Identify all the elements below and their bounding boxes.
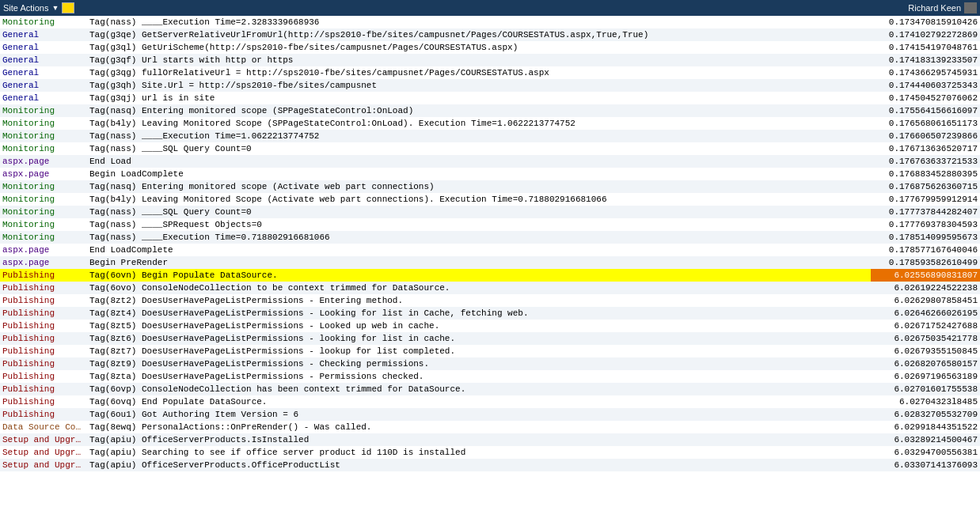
log-category: General (0, 79, 87, 92)
log-message: Tag(g3qe) GetServerRelativeUrlFromUrl(ht… (87, 28, 871, 41)
log-timestamp: 0.176606507239866 (871, 130, 980, 142)
site-icon (62, 2, 74, 13)
log-category: Setup and Upgrade (0, 433, 87, 446)
log-message: End Load (87, 155, 871, 168)
log-category: Publishing (0, 307, 87, 320)
log-category: Setup and Upgrade (0, 459, 87, 471)
log-message: Tag(8zt4) DoesUserHavePageListPermission… (87, 307, 871, 320)
table-row: Data Source ControlTag(8ewq) PersonalAct… (0, 421, 980, 433)
log-timestamp: 6.02701601755538 (871, 383, 980, 395)
site-actions-label[interactable]: Site Actions (3, 3, 48, 13)
log-message: Tag(apiu) OfficeServerProducts.IsInstall… (87, 433, 871, 446)
log-timestamp: 0.173470815910426 (871, 16, 980, 28)
log-category: Publishing (0, 395, 87, 408)
log-message: Tag(6ovp) ConsoleNodeCollection has been… (87, 383, 871, 395)
log-message: Tag(b4ly) Leaving Monitored Scope (Activ… (87, 193, 871, 206)
log-timestamp: 6.02697196563189 (871, 370, 980, 383)
log-timestamp: 6.03294700556381 (871, 446, 980, 459)
log-message: Tag(b4ly) Leaving Monitored Scope (SPPag… (87, 117, 871, 130)
table-row: GeneralTag(g3qh) Site.Url = http://sps20… (0, 79, 980, 92)
dropdown-arrow-icon: ▼ (51, 4, 59, 12)
table-row: MonitoringTag(b4ly) Leaving Monitored Sc… (0, 117, 980, 130)
log-table-container[interactable]: MonitoringTag(nass) ____Execution Time=2… (0, 16, 980, 522)
log-message: Tag(nass) ____Execution Time=0.718802916… (87, 231, 871, 244)
log-message: Tag(8zt7) DoesUserHavePageListPermission… (87, 345, 871, 357)
table-row: PublishingTag(6ovo) ConsoleNodeCollectio… (0, 282, 980, 294)
log-timestamp: 0.174154197048761 (871, 41, 980, 54)
log-category: General (0, 66, 87, 79)
log-timestamp: 0.174102792272869 (871, 28, 980, 41)
log-timestamp: 6.02556890831807 (871, 269, 980, 282)
log-message: Tag(nass) ____SQL Query Count=0 (87, 142, 871, 155)
log-timestamp: 0.177737844282407 (871, 206, 980, 218)
table-row: PublishingTag(8zt7) DoesUserHavePageList… (0, 345, 980, 357)
log-timestamp: 0.174366295745931 (871, 66, 980, 79)
log-timestamp: 6.02991844351522 (871, 421, 980, 433)
log-message: Tag(g3qh) Site.Url = http://sps2010-fbe/… (87, 79, 871, 92)
log-timestamp: 6.02679355150845 (871, 345, 980, 357)
site-actions[interactable]: Site Actions ▼ (3, 2, 74, 13)
log-timestamp: 6.02682076580157 (871, 357, 980, 370)
table-row: aspx.pageEnd LoadComplete0.1785771676400… (0, 244, 980, 256)
table-row: Setup and UpgradeTag(apiu) OfficeServerP… (0, 433, 980, 446)
log-category: Publishing (0, 282, 87, 294)
log-message: Tag(g3qf) Url starts with http or https (87, 54, 871, 66)
log-timestamp: 0.174440603725343 (871, 79, 980, 92)
log-message: Tag(apiu) Searching to see if office ser… (87, 446, 871, 459)
log-timestamp: 0.174504527076062 (871, 92, 980, 104)
log-message: Tag(6ou1) Got Authoring Item Version = 6 (87, 408, 871, 421)
log-category: aspx.page (0, 168, 87, 180)
log-category: Publishing (0, 345, 87, 357)
log-message: Tag(8ewq) PersonalActions::OnPreRender()… (87, 421, 871, 433)
table-row: PublishingTag(8zt9) DoesUserHavePageList… (0, 357, 980, 370)
log-message: Tag(nass) ____Execution Time=2.328333966… (87, 16, 871, 28)
log-category: Publishing (0, 320, 87, 332)
log-message: End LoadComplete (87, 244, 871, 256)
table-row: PublishingTag(8zta) DoesUserHavePageList… (0, 370, 980, 383)
log-timestamp: 0.178514099595673 (871, 231, 980, 244)
log-timestamp: 0.178593582610499 (871, 256, 980, 269)
log-timestamp: 6.02832705532709 (871, 408, 980, 421)
table-row: GeneralTag(g3ql) GetUriScheme(http://sps… (0, 41, 980, 54)
log-message: Tag(nass) ____SPRequest Objects=0 (87, 218, 871, 231)
log-category: General (0, 28, 87, 41)
table-row: PublishingTag(6ovn) Begin Populate DataS… (0, 269, 980, 282)
log-message: Tag(nass) ____Execution Time=1.062221377… (87, 130, 871, 142)
table-row: MonitoringTag(nass) ____SQL Query Count=… (0, 142, 980, 155)
table-row: Setup and UpgradeTag(apiu) Searching to … (0, 446, 980, 459)
log-timestamp: 6.02646266026195 (871, 307, 980, 320)
log-message: Tag(6ovo) ConsoleNodeCollection to be co… (87, 282, 871, 294)
log-category: Publishing (0, 269, 87, 282)
log-message: Tag(nass) ____SQL Query Count=0 (87, 206, 871, 218)
table-row: MonitoringTag(nass) ____SPRequest Object… (0, 218, 980, 231)
log-category: aspx.page (0, 155, 87, 168)
log-timestamp: 6.02704323l8485 (871, 395, 980, 408)
log-message: Tag(nasq) Entering monitored scope (SPPa… (87, 104, 871, 117)
table-row: MonitoringTag(nass) ____SQL Query Count=… (0, 206, 980, 218)
top-right: Richard Keen (908, 2, 977, 13)
log-timestamp: 6.03289214500467 (871, 433, 980, 446)
log-category: General (0, 92, 87, 104)
table-row: GeneralTag(g3qf) Url starts with http or… (0, 54, 980, 66)
table-row: MonitoringTag(nass) ____Execution Time=2… (0, 16, 980, 28)
log-category: Publishing (0, 357, 87, 370)
log-timestamp: 0.175564156616097 (871, 104, 980, 117)
log-table: MonitoringTag(nass) ____Execution Time=2… (0, 16, 980, 471)
table-row: aspx.pageBegin PreRender0.17859358261049… (0, 256, 980, 269)
log-message: Tag(8zt2) DoesUserHavePageListPermission… (87, 294, 871, 307)
log-timestamp: 0.177769378304593 (871, 218, 980, 231)
log-message: Tag(8zt5) DoesUserHavePageListPermission… (87, 320, 871, 332)
table-row: GeneralTag(g3qj) url is in site0.1745045… (0, 92, 980, 104)
table-row: PublishingTag(8zt5) DoesUserHavePageList… (0, 320, 980, 332)
log-category: Publishing (0, 370, 87, 383)
table-row: MonitoringTag(nasq) Entering monitored s… (0, 104, 980, 117)
log-category: Monitoring (0, 117, 87, 130)
log-category: Monitoring (0, 231, 87, 244)
log-timestamp: 0.176713636520717 (871, 142, 980, 155)
log-message: Tag(6ovq) End Populate DataSource. (87, 395, 871, 408)
log-category: Monitoring (0, 142, 87, 155)
table-row: aspx.pageBegin LoadComplete0.17688345288… (0, 168, 980, 180)
log-category: General (0, 41, 87, 54)
table-row: aspx.pageEnd Load0.1767636337215330.0000… (0, 155, 980, 168)
table-row: PublishingTag(8zt4) DoesUserHavePageList… (0, 307, 980, 320)
